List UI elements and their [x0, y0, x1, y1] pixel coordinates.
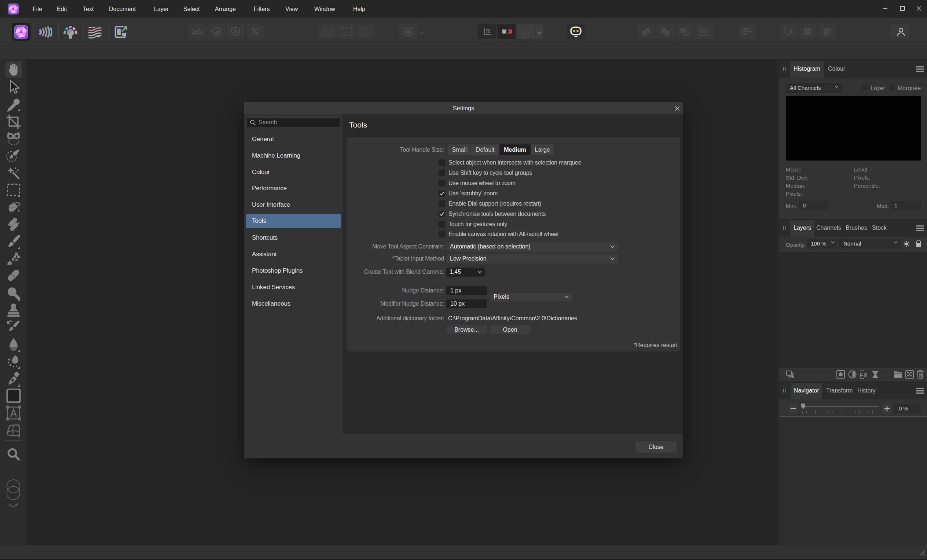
svg-text:FX: FX — [860, 372, 868, 379]
